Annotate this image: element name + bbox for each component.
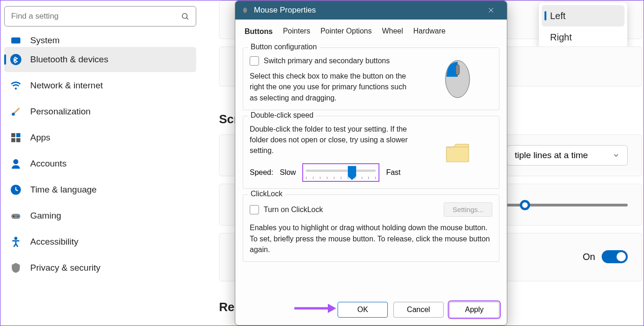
apply-button[interactable]: Apply xyxy=(449,302,499,318)
svg-point-15 xyxy=(14,237,18,240)
folder-test-icon[interactable] xyxy=(445,141,471,165)
groupbox-legend: ClickLock xyxy=(248,190,285,198)
sidebar-item-accounts[interactable]: Accounts xyxy=(4,151,196,176)
scroll-mode-dropdown[interactable]: tiple lines at a time xyxy=(507,145,628,166)
svg-rect-2 xyxy=(11,38,20,44)
tab-buttons[interactable]: Buttons xyxy=(240,25,277,40)
cancel-button[interactable]: Cancel xyxy=(393,302,444,318)
clicklock-desc: Enables you to highlight or drag without… xyxy=(250,222,492,255)
speed-fast-label: Fast xyxy=(386,168,400,177)
svg-point-16 xyxy=(243,7,247,13)
bluetooth-icon xyxy=(10,53,22,66)
speed-label: Speed: xyxy=(250,168,273,177)
double-click-desc: Double-click the folder to test your set… xyxy=(250,124,415,156)
search-box[interactable] xyxy=(4,6,196,27)
tab-pointers[interactable]: Pointers xyxy=(278,24,315,39)
sidebar-item-label: Privacy & security xyxy=(30,263,191,273)
button-config-desc: Select this check box to make the button… xyxy=(250,71,415,103)
svg-rect-20 xyxy=(456,65,459,75)
speed-slow-label: Slow xyxy=(280,168,296,177)
sidebar-item-privacy[interactable]: Privacy & security xyxy=(4,255,196,280)
clicklock-settings-button: Settings... xyxy=(444,202,492,217)
toggle-switch[interactable] xyxy=(602,250,628,263)
sidebar-item-gaming[interactable]: Gaming xyxy=(4,203,196,228)
mouse-titlebar-icon xyxy=(241,7,249,13)
wifi-icon xyxy=(10,80,22,92)
nav-list: System Bluetooth & devices Network & int… xyxy=(4,35,196,280)
sidebar-item-network[interactable]: Network & internet xyxy=(4,73,196,98)
clicklock-checkbox[interactable] xyxy=(250,205,259,214)
svg-rect-7 xyxy=(16,133,20,137)
shield-icon xyxy=(10,262,22,274)
scroll-inactive-toggle[interactable]: On xyxy=(583,250,628,263)
sidebar-item-label: Accounts xyxy=(30,159,191,169)
svg-point-4 xyxy=(15,87,17,89)
groupbox-legend: Button configuration xyxy=(248,43,319,51)
sidebar-item-label: Accessibility xyxy=(30,237,191,247)
groupbox-legend: Double-click speed xyxy=(248,111,316,120)
sidebar-item-accessibility[interactable]: Accessibility xyxy=(4,229,196,254)
sidebar-item-label: Bluetooth & devices xyxy=(30,54,191,65)
close-icon xyxy=(487,7,495,14)
annotation-arrow xyxy=(294,303,336,314)
person-icon xyxy=(10,158,22,170)
svg-marker-22 xyxy=(328,304,336,313)
groupbox-clicklock: ClickLock Turn on ClickLock Settings... … xyxy=(243,194,499,262)
dialog-titlebar[interactable]: Mouse Properties xyxy=(235,1,507,20)
svg-point-0 xyxy=(182,13,187,19)
popup-option-left[interactable]: Left xyxy=(542,5,624,27)
lines-to-scroll-slider[interactable] xyxy=(507,204,628,206)
accessibility-icon xyxy=(10,236,22,248)
svg-rect-6 xyxy=(11,133,15,137)
search-input[interactable] xyxy=(11,12,181,21)
sidebar-item-label: Gaming xyxy=(30,211,191,221)
ok-button[interactable]: OK xyxy=(338,302,388,318)
sidebar-item-label: System xyxy=(30,35,191,46)
search-icon xyxy=(181,12,189,20)
dialog-body: Button configuration Switch primary and … xyxy=(235,39,507,295)
speed-slider-highlight xyxy=(302,163,379,182)
mouse-properties-dialog: Mouse Properties Buttons Pointers Pointe… xyxy=(235,0,507,326)
dialog-footer: OK Cancel Apply xyxy=(235,295,507,325)
dialog-title: Mouse Properties xyxy=(254,6,476,15)
dialog-tabs: Buttons Pointers Pointer Options Wheel H… xyxy=(235,20,507,39)
switch-buttons-checkbox[interactable] xyxy=(250,56,259,66)
apps-icon xyxy=(10,132,22,144)
close-button[interactable] xyxy=(481,1,501,20)
sidebar-item-personalization[interactable]: Personalization xyxy=(4,99,196,124)
sidebar-item-label: Time & language xyxy=(30,185,191,195)
sidebar-item-label: Personalization xyxy=(30,106,191,117)
settings-sidebar: System Bluetooth & devices Network & int… xyxy=(0,0,203,326)
primary-button-popup: Left Right xyxy=(539,2,627,51)
sidebar-item-apps[interactable]: Apps xyxy=(4,125,196,150)
brush-icon xyxy=(10,106,22,118)
tab-wheel[interactable]: Wheel xyxy=(377,24,407,39)
sidebar-item-bluetooth[interactable]: Bluetooth & devices xyxy=(4,47,196,72)
svg-point-5 xyxy=(12,113,14,116)
clicklock-label: Turn on ClickLock xyxy=(264,204,323,215)
mouse-illustration xyxy=(444,58,471,100)
double-click-speed-slider[interactable] xyxy=(306,166,376,175)
svg-point-10 xyxy=(13,159,19,164)
sidebar-item-label: Network & internet xyxy=(30,80,191,91)
svg-rect-12 xyxy=(11,214,20,219)
sidebar-item-system[interactable]: System xyxy=(4,35,196,46)
sidebar-item-time[interactable]: Time & language xyxy=(4,177,196,202)
tab-pointer-options[interactable]: Pointer Options xyxy=(316,24,376,39)
tab-hardware[interactable]: Hardware xyxy=(409,24,450,39)
clock-icon xyxy=(10,184,22,196)
groupbox-button-config: Button configuration Switch primary and … xyxy=(243,47,499,110)
chevron-down-icon xyxy=(612,152,620,159)
system-icon xyxy=(10,35,22,46)
svg-point-13 xyxy=(13,215,14,217)
section-related-label: Re xyxy=(219,300,234,314)
groupbox-double-click: Double-click speed Double-click the fold… xyxy=(243,116,499,189)
sidebar-item-label: Apps xyxy=(30,133,191,143)
svg-rect-9 xyxy=(16,138,20,142)
switch-buttons-label: Switch primary and secondary buttons xyxy=(264,55,390,66)
popup-option-right[interactable]: Right xyxy=(542,27,624,48)
gamepad-icon xyxy=(10,210,22,222)
svg-rect-8 xyxy=(11,138,15,142)
svg-line-1 xyxy=(186,18,188,19)
svg-point-14 xyxy=(17,215,19,217)
